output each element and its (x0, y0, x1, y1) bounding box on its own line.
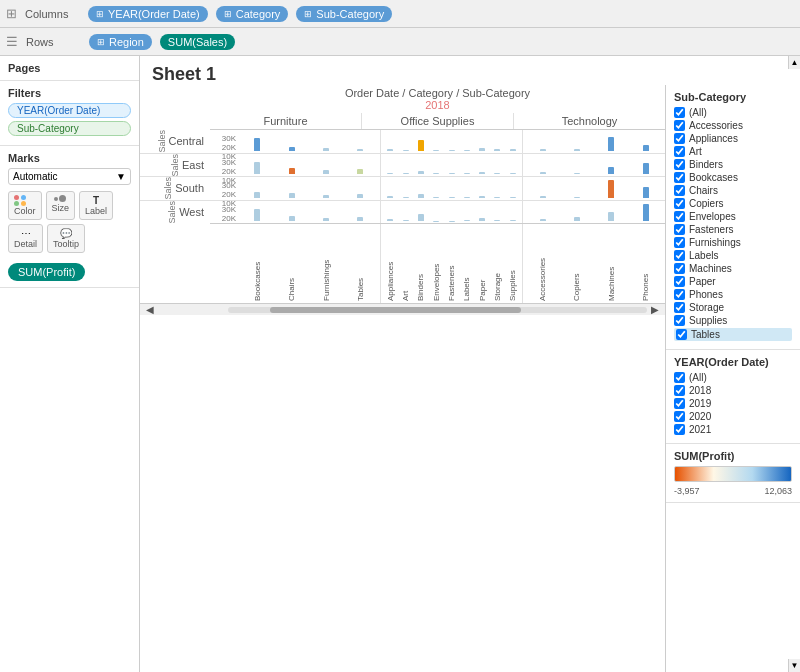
west-label: West (179, 206, 204, 218)
chart-header: Order Date / Category / Sub-Category 201… (210, 85, 665, 113)
south-label: South (175, 182, 204, 194)
columns-label: Columns (25, 8, 80, 20)
horizontal-scrollbar[interactable]: ◀ ▶ (140, 303, 665, 315)
west-furniture (210, 201, 381, 224)
subcat-furnishings[interactable]: Furnishings (674, 237, 792, 248)
year-filter-title: YEAR(Order Date) (674, 356, 792, 368)
subcat-chairs[interactable]: Chairs (674, 185, 792, 196)
sidebar: Pages Filters YEAR(Order Date) Sub-Categ… (0, 56, 140, 672)
furniture-cat-label: Furniture (210, 113, 362, 129)
pages-section: Pages (0, 56, 139, 81)
west-tech (523, 201, 665, 224)
right-panel: Sub-Category (All) Accessories Appliance… (665, 85, 800, 672)
filters-title: Filters (8, 87, 131, 99)
east-tech (523, 154, 665, 177)
year-2019[interactable]: 2019 (674, 398, 792, 409)
central-tech (523, 130, 665, 153)
east-row: Sales East 30K20K10K (140, 154, 665, 178)
subcat-binders[interactable]: Binders (674, 159, 792, 170)
office-x-labels: Appliances Art Binders Envelopes Fastene… (381, 224, 524, 303)
tech-x-labels: Accessories Copiers Machines Phones (523, 224, 665, 303)
subcat-envelopes[interactable]: Envelopes (674, 211, 792, 222)
east-office (381, 154, 524, 177)
columns-icon: ⊞ (6, 6, 17, 21)
subcat-tables[interactable]: Tables (674, 328, 792, 341)
x-axis: Bookcases Chairs Furnishings Tables Appl… (210, 223, 665, 303)
year-2021[interactable]: 2021 (674, 424, 792, 435)
officesupplies-cat-label: Office Supplies (362, 113, 514, 129)
subcat-fasteners[interactable]: Fasteners (674, 224, 792, 235)
profit-gradient (674, 466, 792, 482)
sheet-title: Sheet 1 (140, 56, 800, 85)
subcat-filter-title: Sub-Category (674, 91, 792, 103)
marks-title: Marks (8, 152, 131, 164)
filter-year[interactable]: YEAR(Order Date) (8, 103, 131, 118)
subcat-labels[interactable]: Labels (674, 250, 792, 261)
subcat-art[interactable]: Art (674, 146, 792, 157)
subcat-all[interactable]: (All) (674, 107, 792, 118)
size-button[interactable]: Size (46, 191, 76, 220)
central-label: Central (169, 135, 204, 147)
filter-subcat[interactable]: Sub-Category (8, 121, 131, 136)
subcat-supplies[interactable]: Supplies (674, 315, 792, 326)
south-furniture (210, 177, 381, 200)
subcat-paper[interactable]: Paper (674, 276, 792, 287)
filters-section: Filters YEAR(Order Date) Sub-Category (0, 81, 139, 146)
subcat-bookcases[interactable]: Bookcases (674, 172, 792, 183)
rows-label: Rows (26, 36, 81, 48)
category-pill[interactable]: ⊞ Category (216, 6, 289, 22)
tooltip-button[interactable]: 💬 Tooltip (47, 224, 85, 253)
label-button[interactable]: T Label (79, 191, 113, 220)
rows-bar: ☰ Rows ⊞ Region SUM(Sales) (0, 28, 800, 56)
profit-legend-section: SUM(Profit) -3,957 12,063 (666, 444, 800, 503)
year-2018[interactable]: 2018 (674, 385, 792, 396)
subcat-phones[interactable]: Phones (674, 289, 792, 300)
columns-bar: ⊞ Columns ⊞ YEAR(Order Date) ⊞ Category … (0, 0, 800, 28)
technology-cat-label: Technology (514, 113, 665, 129)
year-filter-section: YEAR(Order Date) (All) 2018 2019 (666, 350, 800, 444)
year-all[interactable]: (All) (674, 372, 792, 383)
central-furniture (210, 130, 381, 153)
subcat-accessories[interactable]: Accessories (674, 120, 792, 131)
color-button[interactable]: Color (8, 191, 42, 220)
west-row: Sales West 30K20K10K (140, 201, 665, 224)
profit-min: -3,957 (674, 486, 700, 496)
profit-legend-title: SUM(Profit) (674, 450, 792, 462)
detail-button[interactable]: ⋯ Detail (8, 224, 43, 253)
chart-area: Sheet 1 Order Date / Category / Sub-Cate… (140, 56, 800, 672)
rows-icon: ☰ (6, 34, 18, 49)
marks-dropdown[interactable]: Automatic ▼ (8, 168, 131, 185)
subcat-filter-section: Sub-Category (All) Accessories Appliance… (666, 85, 800, 350)
region-pill[interactable]: ⊞ Region (89, 34, 152, 50)
vertical-scrollbar-down[interactable]: ▼ (788, 659, 800, 672)
subcat-machines[interactable]: Machines (674, 263, 792, 274)
year-2020[interactable]: 2020 (674, 411, 792, 422)
marks-section: Marks Automatic ▼ Color (0, 146, 139, 288)
furniture-x-labels: Bookcases Chairs Furnishings Tables (210, 224, 381, 303)
south-tech (523, 177, 665, 200)
subcat-copiers[interactable]: Copiers (674, 198, 792, 209)
year-pill[interactable]: ⊞ YEAR(Order Date) (88, 6, 208, 22)
east-furniture (210, 154, 381, 177)
central-row: Sales Central 30K20K10K (140, 130, 665, 154)
west-office (381, 201, 524, 224)
subcat-storage[interactable]: Storage (674, 302, 792, 313)
east-label: East (182, 159, 204, 171)
subcat-appliances[interactable]: Appliances (674, 133, 792, 144)
south-row: Sales South 30K20K10K (140, 177, 665, 201)
sum-profit-pill[interactable]: SUM(Profit) (8, 263, 85, 281)
profit-max: 12,063 (764, 486, 792, 496)
sumsales-pill[interactable]: SUM(Sales) (160, 34, 235, 50)
subcategory-pill[interactable]: ⊞ Sub-Category (296, 6, 392, 22)
south-office (381, 177, 524, 200)
central-office (381, 130, 524, 153)
